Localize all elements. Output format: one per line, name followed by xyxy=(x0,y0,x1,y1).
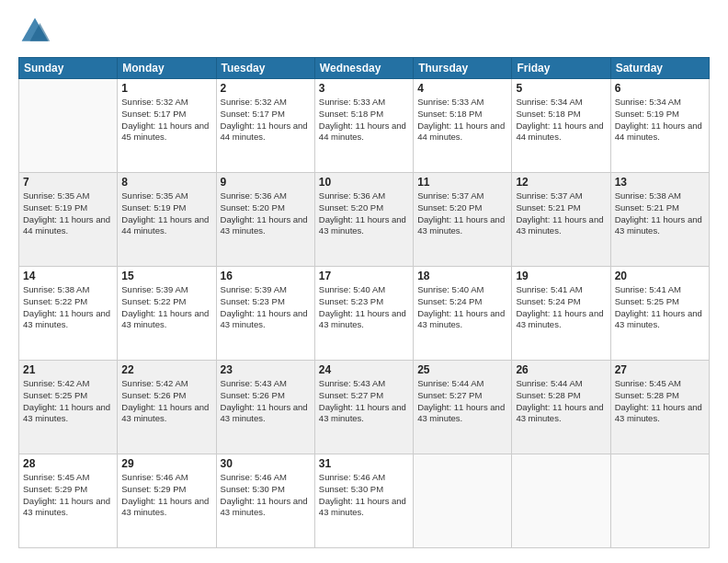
cell-info: Sunrise: 5:46 AMSunset: 5:29 PMDaylight:… xyxy=(121,472,211,519)
weekday-header-thursday: Thursday xyxy=(414,58,512,79)
calendar-cell: 7Sunrise: 5:35 AMSunset: 5:19 PMDaylight… xyxy=(19,173,118,267)
day-number: 30 xyxy=(221,457,311,470)
weekday-header-friday: Friday xyxy=(512,58,610,79)
weekday-header-sunday: Sunday xyxy=(19,58,118,79)
cell-info: Sunrise: 5:42 AMSunset: 5:25 PMDaylight:… xyxy=(23,378,113,425)
weekday-header-wednesday: Wednesday xyxy=(314,58,413,79)
calendar-table: SundayMondayTuesdayWednesdayThursdayFrid… xyxy=(18,57,710,548)
day-number: 14 xyxy=(23,270,113,282)
day-number: 6 xyxy=(615,82,705,95)
calendar-cell: 29Sunrise: 5:46 AMSunset: 5:29 PMDayligh… xyxy=(118,454,216,548)
calendar-week-row: 21Sunrise: 5:42 AMSunset: 5:25 PMDayligh… xyxy=(19,361,710,454)
day-number: 15 xyxy=(121,270,211,282)
day-number: 9 xyxy=(221,176,311,189)
cell-info: Sunrise: 5:40 AMSunset: 5:23 PMDaylight:… xyxy=(319,284,409,331)
day-number: 20 xyxy=(615,270,705,282)
day-number: 28 xyxy=(23,457,113,470)
day-number: 12 xyxy=(516,176,606,189)
calendar-week-row: 14Sunrise: 5:38 AMSunset: 5:22 PMDayligh… xyxy=(19,267,710,361)
calendar-cell: 31Sunrise: 5:46 AMSunset: 5:30 PMDayligh… xyxy=(314,454,413,548)
calendar-week-row: 1Sunrise: 5:32 AMSunset: 5:17 PMDaylight… xyxy=(19,79,710,173)
cell-info: Sunrise: 5:32 AMSunset: 5:17 PMDaylight:… xyxy=(121,97,211,144)
day-number: 2 xyxy=(221,82,311,95)
cell-info: Sunrise: 5:35 AMSunset: 5:19 PMDaylight:… xyxy=(121,190,211,237)
cell-info: Sunrise: 5:46 AMSunset: 5:30 PMDaylight:… xyxy=(221,472,311,519)
cell-info: Sunrise: 5:40 AMSunset: 5:24 PMDaylight:… xyxy=(417,284,507,331)
cell-info: Sunrise: 5:37 AMSunset: 5:21 PMDaylight:… xyxy=(516,190,606,237)
cell-info: Sunrise: 5:43 AMSunset: 5:27 PMDaylight:… xyxy=(319,378,409,425)
cell-info: Sunrise: 5:38 AMSunset: 5:22 PMDaylight:… xyxy=(23,284,113,331)
day-number: 24 xyxy=(319,363,409,376)
cell-info: Sunrise: 5:39 AMSunset: 5:22 PMDaylight:… xyxy=(121,284,211,331)
cell-info: Sunrise: 5:35 AMSunset: 5:19 PMDaylight:… xyxy=(23,190,113,237)
calendar-cell: 9Sunrise: 5:36 AMSunset: 5:20 PMDaylight… xyxy=(216,173,314,267)
calendar-cell: 28Sunrise: 5:45 AMSunset: 5:29 PMDayligh… xyxy=(19,454,118,548)
calendar-cell: 11Sunrise: 5:37 AMSunset: 5:20 PMDayligh… xyxy=(414,173,512,267)
calendar-cell: 14Sunrise: 5:38 AMSunset: 5:22 PMDayligh… xyxy=(19,267,118,361)
day-number: 26 xyxy=(516,363,606,376)
calendar-cell: 2Sunrise: 5:32 AMSunset: 5:17 PMDaylight… xyxy=(216,79,314,173)
calendar-cell: 3Sunrise: 5:33 AMSunset: 5:18 PMDaylight… xyxy=(314,79,413,173)
logo-icon xyxy=(18,15,51,48)
cell-info: Sunrise: 5:39 AMSunset: 5:23 PMDaylight:… xyxy=(221,284,311,331)
day-number: 31 xyxy=(319,457,409,470)
cell-info: Sunrise: 5:34 AMSunset: 5:19 PMDaylight:… xyxy=(615,97,705,144)
calendar-cell: 27Sunrise: 5:45 AMSunset: 5:28 PMDayligh… xyxy=(610,361,709,454)
cell-info: Sunrise: 5:38 AMSunset: 5:21 PMDaylight:… xyxy=(615,190,705,237)
cell-info: Sunrise: 5:32 AMSunset: 5:17 PMDaylight:… xyxy=(221,97,311,144)
calendar-cell: 16Sunrise: 5:39 AMSunset: 5:23 PMDayligh… xyxy=(216,267,314,361)
calendar-cell: 26Sunrise: 5:44 AMSunset: 5:28 PMDayligh… xyxy=(512,361,610,454)
calendar-week-row: 28Sunrise: 5:45 AMSunset: 5:29 PMDayligh… xyxy=(19,454,710,548)
day-number: 4 xyxy=(417,82,507,95)
cell-info: Sunrise: 5:44 AMSunset: 5:28 PMDaylight:… xyxy=(516,378,606,425)
calendar-cell: 20Sunrise: 5:41 AMSunset: 5:25 PMDayligh… xyxy=(610,267,709,361)
calendar-cell xyxy=(414,454,512,548)
calendar-week-row: 7Sunrise: 5:35 AMSunset: 5:19 PMDaylight… xyxy=(19,173,710,267)
cell-info: Sunrise: 5:46 AMSunset: 5:30 PMDaylight:… xyxy=(319,472,409,519)
day-number: 18 xyxy=(417,270,507,282)
cell-info: Sunrise: 5:33 AMSunset: 5:18 PMDaylight:… xyxy=(417,97,507,144)
weekday-header-monday: Monday xyxy=(118,58,216,79)
calendar-cell: 30Sunrise: 5:46 AMSunset: 5:30 PMDayligh… xyxy=(216,454,314,548)
day-number: 7 xyxy=(23,176,113,189)
calendar-cell: 23Sunrise: 5:43 AMSunset: 5:26 PMDayligh… xyxy=(216,361,314,454)
calendar-cell: 4Sunrise: 5:33 AMSunset: 5:18 PMDaylight… xyxy=(414,79,512,173)
header xyxy=(18,15,710,48)
day-number: 19 xyxy=(516,270,606,282)
day-number: 16 xyxy=(221,270,311,282)
cell-info: Sunrise: 5:36 AMSunset: 5:20 PMDaylight:… xyxy=(319,190,409,237)
calendar-cell: 25Sunrise: 5:44 AMSunset: 5:27 PMDayligh… xyxy=(414,361,512,454)
day-number: 27 xyxy=(615,363,705,376)
calendar-cell: 21Sunrise: 5:42 AMSunset: 5:25 PMDayligh… xyxy=(19,361,118,454)
calendar-cell: 8Sunrise: 5:35 AMSunset: 5:19 PMDaylight… xyxy=(118,173,216,267)
calendar-cell: 19Sunrise: 5:41 AMSunset: 5:24 PMDayligh… xyxy=(512,267,610,361)
cell-info: Sunrise: 5:33 AMSunset: 5:18 PMDaylight:… xyxy=(319,97,409,144)
cell-info: Sunrise: 5:44 AMSunset: 5:27 PMDaylight:… xyxy=(417,378,507,425)
weekday-header-saturday: Saturday xyxy=(610,58,709,79)
calendar-cell: 17Sunrise: 5:40 AMSunset: 5:23 PMDayligh… xyxy=(314,267,413,361)
calendar-cell xyxy=(19,79,118,173)
logo xyxy=(18,15,57,48)
day-number: 17 xyxy=(319,270,409,282)
day-number: 21 xyxy=(23,363,113,376)
cell-info: Sunrise: 5:36 AMSunset: 5:20 PMDaylight:… xyxy=(221,190,311,237)
calendar-cell: 1Sunrise: 5:32 AMSunset: 5:17 PMDaylight… xyxy=(118,79,216,173)
cell-info: Sunrise: 5:42 AMSunset: 5:26 PMDaylight:… xyxy=(121,378,211,425)
weekday-header-tuesday: Tuesday xyxy=(216,58,314,79)
day-number: 3 xyxy=(319,82,409,95)
day-number: 13 xyxy=(615,176,705,189)
calendar-cell: 13Sunrise: 5:38 AMSunset: 5:21 PMDayligh… xyxy=(610,173,709,267)
cell-info: Sunrise: 5:45 AMSunset: 5:29 PMDaylight:… xyxy=(23,472,113,519)
calendar-cell: 24Sunrise: 5:43 AMSunset: 5:27 PMDayligh… xyxy=(314,361,413,454)
day-number: 1 xyxy=(121,82,211,95)
cell-info: Sunrise: 5:43 AMSunset: 5:26 PMDaylight:… xyxy=(221,378,311,425)
cell-info: Sunrise: 5:34 AMSunset: 5:18 PMDaylight:… xyxy=(516,97,606,144)
calendar-cell: 22Sunrise: 5:42 AMSunset: 5:26 PMDayligh… xyxy=(118,361,216,454)
page: SundayMondayTuesdayWednesdayThursdayFrid… xyxy=(0,0,728,563)
calendar-cell: 15Sunrise: 5:39 AMSunset: 5:22 PMDayligh… xyxy=(118,267,216,361)
cell-info: Sunrise: 5:45 AMSunset: 5:28 PMDaylight:… xyxy=(615,378,705,425)
calendar-cell xyxy=(512,454,610,548)
day-number: 11 xyxy=(417,176,507,189)
calendar-cell: 6Sunrise: 5:34 AMSunset: 5:19 PMDaylight… xyxy=(610,79,709,173)
weekday-header-row: SundayMondayTuesdayWednesdayThursdayFrid… xyxy=(19,58,710,79)
